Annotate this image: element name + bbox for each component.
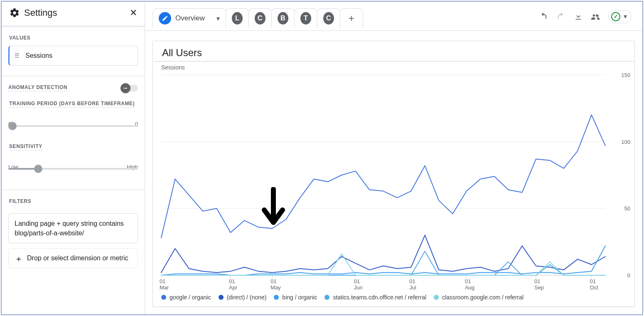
plus-icon: + <box>349 12 354 24</box>
plus-icon: ＋ <box>15 254 23 263</box>
tab-mini-1[interactable]: C <box>248 8 272 28</box>
sensitivity-slider[interactable]: Low High <box>8 164 138 180</box>
tab-mini-4[interactable]: C <box>317 8 340 28</box>
tab-overview-label: Overview <box>175 14 205 22</box>
tab-mini-0[interactable]: L <box>226 8 249 28</box>
settings-title: Settings <box>24 7 57 18</box>
drag-handle-icon[interactable]: ⠿ <box>15 52 20 60</box>
y-tick-label: 150 <box>621 72 630 78</box>
toolbar-actions: ✓ ▾ <box>538 10 635 27</box>
status-pill[interactable]: ✓ ▾ <box>608 10 632 23</box>
tab-overview[interactable]: Overview ▾ <box>152 8 226 28</box>
x-tick-label: 01Aug <box>465 279 474 291</box>
tab-mini-2[interactable]: B <box>271 8 295 28</box>
values-chip-text: Sessions <box>25 52 52 59</box>
training-label: TRAINING PERIOD (DAYS BEFORE TIMEFRAME) <box>9 101 135 108</box>
anomaly-label: ANOMALY DETECTION <box>8 84 67 91</box>
x-tick-label: 01Sep <box>534 279 544 291</box>
settings-header: Settings ✕ <box>2 2 145 26</box>
pencil-icon <box>159 12 171 25</box>
tab-mini-3[interactable]: T <box>294 8 317 28</box>
download-icon[interactable] <box>573 12 583 22</box>
x-tick-label: 01Mar <box>160 279 169 291</box>
x-tick-label: 01Apr <box>229 279 237 291</box>
settings-sidebar: Settings ✕ VALUES ⠿ Sessions ANOMALY DET… <box>2 2 145 314</box>
x-tick-label: 01Jun <box>354 279 363 291</box>
caret-down-icon[interactable]: ▾ <box>216 15 220 22</box>
add-filter-dropzone[interactable]: ＋ Drop or select dimension or metric <box>8 248 138 268</box>
y-tick-label: 0 <box>627 272 630 279</box>
x-tick-label: 01May <box>270 279 281 291</box>
filter-chip-landing-page[interactable]: Landing page + query string contains blo… <box>8 213 138 243</box>
values-chip-sessions[interactable]: ⠿ Sessions <box>8 46 138 66</box>
tab-add[interactable]: + <box>340 8 363 28</box>
x-tick-label: 01Jul <box>409 279 416 291</box>
training-slider[interactable]: 0 0 <box>8 121 138 138</box>
chart-plot[interactable]: 05010015001Mar01Apr01May01Jun01Jul01Aug0… <box>153 71 634 291</box>
filters-label: FILTERS <box>9 198 31 205</box>
main-area: Overview ▾ L C B T C + ✓ ▾ <box>145 2 642 314</box>
caret-down-icon: ▾ <box>624 12 627 20</box>
top-toolbar: Overview ▾ L C B T C + ✓ ▾ <box>145 2 642 31</box>
drop-text: Drop or select dimension or metric <box>27 254 128 263</box>
chart-svg <box>153 71 634 298</box>
tab-letter-0: L <box>232 12 243 25</box>
tab-letter-3: T <box>300 12 311 25</box>
chart-card: All Users Sessions 05010015001Mar01Apr01… <box>152 41 635 307</box>
gear-icon <box>9 7 20 18</box>
tab-letter-1: C <box>255 12 265 25</box>
chart-subtitle: Sessions <box>153 62 634 71</box>
share-icon[interactable] <box>591 12 601 22</box>
anomaly-knob-icon: – <box>124 84 128 92</box>
tab-letter-2: B <box>278 12 288 25</box>
sensitivity-label: SENSITIVITY <box>9 143 42 151</box>
check-circle-icon: ✓ <box>611 12 620 21</box>
chart-title: All Users <box>154 41 634 62</box>
tab-letter-4: C <box>323 12 334 25</box>
undo-icon[interactable] <box>538 12 548 22</box>
redo-icon[interactable] <box>556 12 566 22</box>
y-tick-label: 100 <box>621 138 630 145</box>
values-label: VALUES <box>9 35 30 42</box>
close-icon[interactable]: ✕ <box>130 8 137 17</box>
tab-strip: Overview ▾ L C B T C + <box>152 8 363 28</box>
x-tick-label: 01Oct <box>590 279 598 291</box>
anomaly-toggle[interactable]: – <box>121 85 138 91</box>
y-tick-label: 50 <box>624 205 630 212</box>
